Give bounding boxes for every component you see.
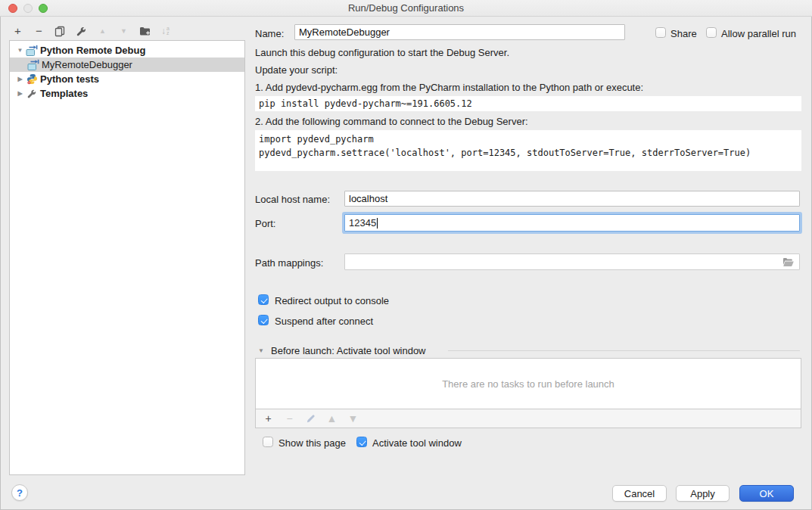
- redirect-output-checkbox[interactable]: [258, 294, 269, 305]
- path-mappings-label: Path mappings:: [255, 257, 323, 269]
- empty-task-list-text: There are no tasks to run before launch: [442, 378, 614, 390]
- tree-item-python-tests[interactable]: ▶ Python tests: [10, 72, 244, 86]
- task-list-toolbar: + − ▲ ▼: [255, 409, 801, 428]
- add-task-icon[interactable]: +: [263, 411, 274, 426]
- run-debug-configurations-dialog: Run/Debug Configurations + − ▲ ▼ ↓ az ▼ …: [0, 0, 812, 510]
- suspend-after-connect-label: Suspend after connect: [275, 316, 373, 327]
- redirect-output-label: Redirect output to console: [275, 295, 389, 306]
- apply-button[interactable]: Apply: [676, 485, 730, 502]
- before-launch-task-list[interactable]: There are no tasks to run before launch: [255, 358, 801, 409]
- description-step-1: 1. Add pydevd-pycharm.egg from the PyCha…: [255, 82, 643, 93]
- before-launch-collapse-icon[interactable]: ▼: [258, 347, 264, 354]
- titlebar: Run/Debug Configurations: [0, 0, 812, 17]
- minimize-window-button: [23, 4, 33, 13]
- add-configuration-icon[interactable]: +: [12, 23, 23, 39]
- tree-item-label: Python tests: [40, 73, 99, 85]
- remove-task-icon[interactable]: −: [284, 411, 295, 426]
- window-title: Run/Debug Configurations: [348, 2, 464, 14]
- settrace-code-line-2: pydevd_pycharm.settrace('localhost', por…: [259, 146, 798, 160]
- task-move-up-icon[interactable]: ▲: [326, 411, 338, 426]
- tree-item-templates[interactable]: ▶ Templates: [10, 86, 244, 101]
- show-this-page-checkbox[interactable]: [263, 437, 273, 447]
- allow-parallel-run-checkbox[interactable]: [706, 27, 717, 38]
- before-launch-divider: [448, 350, 800, 351]
- remote-debug-config-icon: [26, 45, 38, 57]
- name-label: Name:: [255, 28, 284, 39]
- allow-parallel-run-label: Allow parallel run: [721, 28, 796, 39]
- description-line-1: Launch this debug configuration to start…: [255, 47, 509, 58]
- tree-item-label: Python Remote Debug: [40, 45, 145, 56]
- edit-task-pencil-icon[interactable]: [305, 414, 316, 424]
- suspend-after-connect-checkbox[interactable]: [258, 315, 269, 325]
- templates-wrench-icon: [26, 88, 38, 100]
- chevron-collapsed-icon[interactable]: ▶: [15, 76, 25, 82]
- move-up-icon[interactable]: ▲: [97, 23, 108, 39]
- name-input[interactable]: [294, 24, 625, 40]
- task-move-down-icon[interactable]: ▼: [347, 411, 359, 426]
- sort-configurations-icon[interactable]: ↓ az: [161, 26, 170, 36]
- zoom-window-button[interactable]: [39, 4, 48, 13]
- local-host-name-label: Local host name:: [255, 194, 330, 205]
- ok-button[interactable]: OK: [739, 485, 794, 502]
- before-launch-header: Before launch: Activate tool window: [271, 345, 426, 356]
- port-input[interactable]: 12345: [344, 214, 800, 232]
- share-checkbox[interactable]: [655, 27, 666, 38]
- move-down-icon[interactable]: ▼: [118, 23, 129, 39]
- settrace-code: import pydevd_pycharm pydevd_pycharm.set…: [255, 130, 801, 171]
- tree-item-label: MyRemoteDebugger: [42, 59, 132, 70]
- close-window-button[interactable]: [8, 4, 17, 13]
- share-label: Share: [670, 28, 697, 39]
- port-label: Port:: [255, 218, 275, 229]
- text-caret: [377, 218, 378, 229]
- local-host-name-input[interactable]: [344, 191, 800, 207]
- cancel-button[interactable]: Cancel: [612, 485, 667, 502]
- configurations-toolbar: + − ▲ ▼ ↓ az: [12, 23, 170, 39]
- tree-item-python-remote-debug[interactable]: ▼ Python Remote Debug: [10, 43, 244, 58]
- python-tests-icon: [26, 73, 38, 86]
- new-folder-icon[interactable]: [139, 26, 151, 36]
- settrace-code-line-1: import pydevd_pycharm: [259, 132, 798, 146]
- edit-templates-wrench-icon[interactable]: [76, 26, 87, 37]
- activate-tool-window-label: Activate tool window: [372, 437, 462, 449]
- copy-configuration-icon[interactable]: [54, 26, 66, 37]
- port-value: 12345: [349, 217, 376, 229]
- remote-debug-config-icon: [27, 59, 39, 71]
- browse-folder-icon[interactable]: [782, 257, 795, 269]
- chevron-expanded-icon[interactable]: ▼: [15, 47, 25, 54]
- pip-install-code: pip install pydevd-pycharm~=191.6605.12: [255, 96, 801, 111]
- path-mappings-field[interactable]: [344, 253, 800, 270]
- description-line-2: Update your script:: [255, 64, 338, 76]
- activate-tool-window-checkbox[interactable]: [356, 437, 367, 447]
- show-this-page-label: Show this page: [278, 437, 346, 449]
- configurations-tree: ▼ Python Remote Debug MyRemoteDebugger ▶…: [9, 40, 245, 475]
- help-button[interactable]: ?: [11, 484, 28, 501]
- remove-configuration-icon[interactable]: −: [33, 23, 45, 39]
- chevron-collapsed-icon[interactable]: ▶: [15, 90, 25, 97]
- description-step-2: 2. Add the following command to connect …: [255, 116, 528, 127]
- help-question-icon: ?: [17, 487, 23, 499]
- tree-item-myremotedebugger[interactable]: MyRemoteDebugger: [10, 58, 244, 72]
- tree-item-label: Templates: [40, 88, 88, 99]
